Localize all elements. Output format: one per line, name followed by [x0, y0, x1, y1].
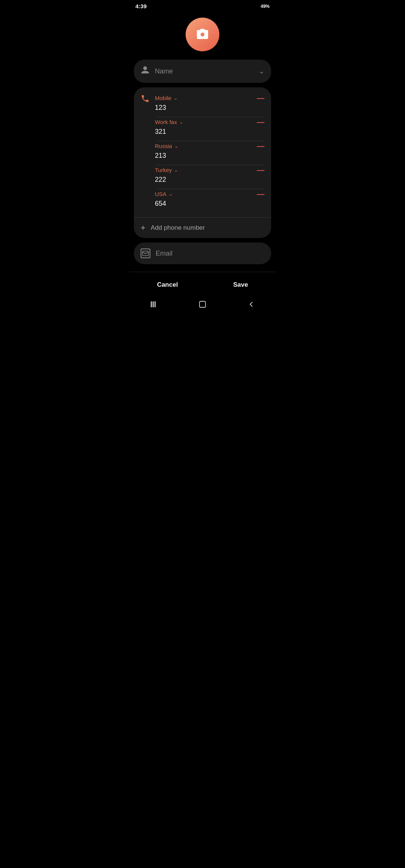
cancel-button[interactable]: Cancel: [142, 278, 193, 292]
russia-number-input[interactable]: [155, 152, 264, 160]
add-phone-label: Add phone number: [151, 224, 205, 232]
phone-entry-mobile: Mobile ⌄ —: [155, 93, 264, 117]
phone-section: Mobile ⌄ — Work fax ⌄ —: [134, 87, 271, 238]
email-field[interactable]: [134, 242, 271, 264]
name-input[interactable]: [155, 67, 254, 75]
bottom-actions: Cancel Save: [129, 272, 276, 296]
phone-section-header: Mobile ⌄ — Work fax ⌄ —: [134, 93, 271, 217]
phone-label-mobile[interactable]: Mobile ⌄: [155, 95, 178, 101]
turkey-number-input[interactable]: [155, 176, 264, 184]
back-nav-icon[interactable]: [247, 300, 256, 311]
add-plus-icon: +: [141, 223, 146, 233]
phone-icon: [141, 94, 150, 105]
svg-rect-3: [154, 301, 156, 307]
remove-turkey-button[interactable]: —: [257, 165, 264, 174]
mobile-chevron-icon: ⌄: [174, 95, 178, 101]
email-icon: [141, 248, 150, 258]
work-fax-chevron-icon: ⌄: [179, 119, 183, 125]
camera-icon: [196, 28, 209, 41]
mobile-number-input[interactable]: [155, 104, 264, 112]
work-fax-number-input[interactable]: [155, 128, 264, 136]
phone-label-turkey[interactable]: Turkey ⌄: [155, 167, 178, 173]
remove-mobile-button[interactable]: —: [257, 93, 264, 102]
russia-chevron-icon: ⌄: [174, 143, 178, 149]
remove-usa-button[interactable]: —: [257, 189, 264, 198]
home-nav-icon[interactable]: [198, 300, 207, 311]
svg-rect-0: [142, 251, 148, 256]
nav-bar: [129, 296, 276, 318]
phone-entry-russia: Russia ⌄ —: [155, 141, 264, 165]
svg-rect-1: [151, 301, 152, 307]
phone-label-work-fax[interactable]: Work fax ⌄: [155, 119, 183, 125]
usa-chevron-icon: ⌄: [169, 191, 173, 197]
svg-rect-2: [153, 301, 154, 307]
status-bar: 4:39 49%: [129, 0, 276, 11]
avatar-area: [129, 11, 276, 60]
add-phone-row[interactable]: + Add phone number: [134, 217, 271, 238]
phone-entry-turkey: Turkey ⌄ —: [155, 165, 264, 189]
svg-rect-4: [200, 301, 206, 307]
phone-label-usa[interactable]: USA ⌄: [155, 191, 173, 197]
avatar[interactable]: [186, 18, 219, 51]
phone-entries: Mobile ⌄ — Work fax ⌄ —: [155, 93, 264, 213]
usa-number-input[interactable]: [155, 200, 264, 208]
name-field[interactable]: ⌄: [134, 60, 271, 83]
remove-russia-button[interactable]: —: [257, 141, 264, 150]
remove-work-fax-button[interactable]: —: [257, 117, 264, 126]
person-icon: [141, 66, 150, 77]
recents-nav-icon[interactable]: [149, 300, 158, 311]
phone-label-russia[interactable]: Russia ⌄: [155, 143, 178, 149]
phone-entry-usa: USA ⌄ —: [155, 189, 264, 213]
email-input[interactable]: [156, 250, 264, 257]
status-time: 4:39: [135, 3, 147, 9]
turkey-chevron-icon: ⌄: [174, 167, 178, 173]
name-expand-icon[interactable]: ⌄: [259, 67, 264, 75]
status-icons: 49%: [261, 4, 270, 9]
phone-entry-work-fax: Work fax ⌄ —: [155, 117, 264, 141]
save-button[interactable]: Save: [218, 278, 263, 292]
status-battery: 49%: [261, 4, 270, 9]
